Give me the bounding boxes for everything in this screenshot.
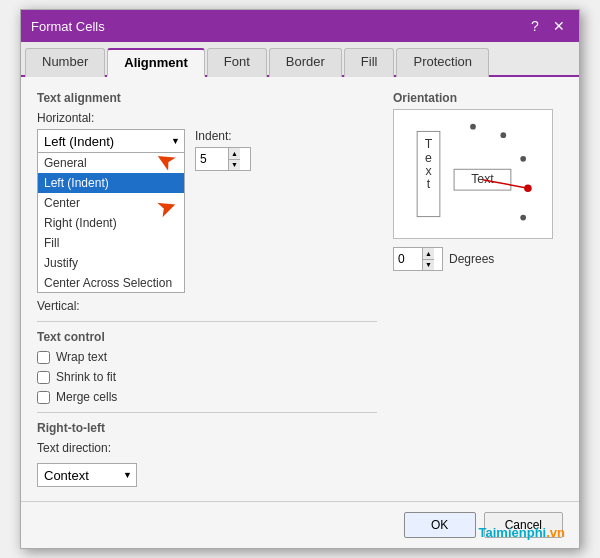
text-control-label: Text control [37, 330, 377, 344]
shrink-label: Shrink to fit [56, 370, 116, 384]
degrees-spinbox[interactable]: ▲ ▼ [393, 247, 443, 271]
tab-row: Number Alignment Font Border Fill Protec… [21, 42, 579, 77]
title-bar: Format Cells ? ✕ [21, 10, 579, 42]
text-direction-value: Context [44, 468, 89, 483]
watermark-suffix: .vn [546, 525, 565, 540]
right-to-left-section: Right-to-left Text direction: Context ▼ [37, 421, 377, 487]
degrees-label: Degrees [449, 252, 494, 266]
horizontal-label: Horizontal: [37, 111, 377, 125]
merge-label: Merge cells [56, 390, 117, 404]
indent-down-btn[interactable]: ▼ [228, 160, 240, 171]
degrees-up-btn[interactable]: ▲ [422, 248, 434, 260]
degrees-row: ▲ ▼ Degrees [393, 247, 563, 271]
dropdown-right-indent[interactable]: Right (Indent) [38, 213, 184, 233]
divider2 [37, 412, 377, 413]
indent-section: Indent: ▲ ▼ [195, 129, 251, 171]
tab-content: Text alignment Horizontal: Left (Indent)… [21, 77, 579, 501]
format-cells-dialog: Format Cells ? ✕ Number Alignment Font B… [20, 9, 580, 549]
orientation-svg: T e x t Text [402, 114, 544, 234]
horizontal-select-display[interactable]: Left (Indent) ▼ [37, 129, 185, 153]
text-alignment-label: Text alignment [37, 91, 377, 105]
horizontal-value: Left (Indent) [44, 134, 114, 149]
shrink-row: Shrink to fit [37, 370, 377, 384]
svg-point-4 [520, 215, 526, 221]
title-bar-controls: ? ✕ [525, 16, 569, 36]
vertical-section: Vertical: [37, 299, 377, 313]
svg-point-2 [520, 156, 526, 162]
text-direction-arrow-icon: ▼ [123, 470, 132, 480]
watermark-text: Taimienphi [479, 525, 547, 540]
svg-text:T: T [425, 137, 433, 151]
ok-button[interactable]: OK [404, 512, 476, 538]
shrink-checkbox[interactable] [37, 371, 50, 384]
text-direction-label: Text direction: [37, 441, 377, 455]
wrap-text-checkbox[interactable] [37, 351, 50, 364]
svg-text:x: x [425, 164, 432, 178]
left-column: Text alignment Horizontal: Left (Indent)… [37, 91, 377, 487]
indent-spinbox[interactable]: ▲ ▼ [195, 147, 251, 171]
dropdown-justify[interactable]: Justify [38, 253, 184, 273]
right-to-left-label: Right-to-left [37, 421, 377, 435]
tab-alignment[interactable]: Alignment [107, 48, 205, 77]
tab-border[interactable]: Border [269, 48, 342, 77]
dropdown-general[interactable]: General [38, 153, 184, 173]
orientation-box: T e x t Text [393, 109, 553, 239]
svg-point-1 [500, 132, 506, 138]
svg-point-0 [470, 124, 476, 130]
dropdown-center-across[interactable]: Center Across Selection [38, 273, 184, 293]
dropdown-fill[interactable]: Fill [38, 233, 184, 253]
svg-text:e: e [425, 151, 432, 165]
wrap-text-row: Wrap text [37, 350, 377, 364]
dropdown-left-indent[interactable]: Left (Indent) [38, 173, 184, 193]
dialog-title: Format Cells [31, 19, 105, 34]
horizontal-dropdown-list[interactable]: General Left (Indent) Center Right (Inde… [37, 153, 185, 293]
text-direction-col: Text direction: Context ▼ [37, 441, 377, 487]
vertical-label: Vertical: [37, 299, 377, 313]
wrap-text-label: Wrap text [56, 350, 107, 364]
merge-checkbox[interactable] [37, 391, 50, 404]
horizontal-section: Horizontal: Left (Indent) ▼ General L [37, 111, 377, 293]
watermark: Taimienphi.vn [479, 525, 565, 540]
svg-text:t: t [427, 177, 431, 191]
tab-protection[interactable]: Protection [396, 48, 489, 77]
indent-label: Indent: [195, 129, 251, 143]
tab-fill[interactable]: Fill [344, 48, 395, 77]
bottom-bar: OK Cancel Taimienphi.vn [21, 501, 579, 548]
indent-input[interactable] [196, 148, 228, 170]
horizontal-dropdown-wrap: Left (Indent) ▼ General Left (Indent) Ce… [37, 129, 185, 293]
dropdown-center[interactable]: Center [38, 193, 184, 213]
orientation-label: Orientation [393, 91, 563, 105]
right-column: Orientation T e x [393, 91, 563, 487]
horizontal-arrow-icon: ▼ [171, 136, 180, 146]
divider1 [37, 321, 377, 322]
help-button[interactable]: ? [525, 16, 545, 36]
indent-up-btn[interactable]: ▲ [228, 148, 240, 160]
degrees-down-btn[interactable]: ▼ [422, 260, 434, 271]
close-button[interactable]: ✕ [549, 16, 569, 36]
merge-row: Merge cells [37, 390, 377, 404]
degrees-input[interactable] [394, 248, 422, 270]
text-direction-select[interactable]: Context ▼ [37, 463, 137, 487]
text-control-section: Text control Wrap text Shrink to fit Mer… [37, 330, 377, 404]
tab-font[interactable]: Font [207, 48, 267, 77]
tab-number[interactable]: Number [25, 48, 105, 77]
